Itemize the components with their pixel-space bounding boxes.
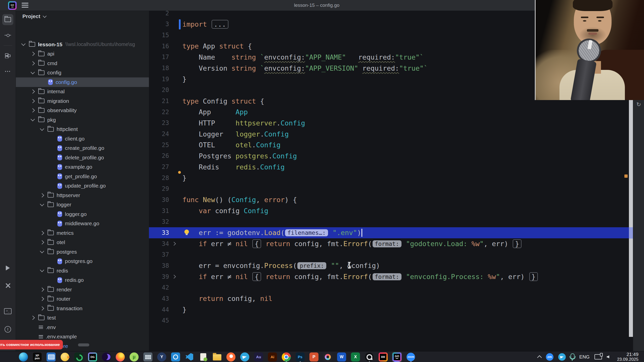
tree-item-get-profile.go[interactable]: get_profile.go [16, 172, 149, 181]
code-line-28[interactable]: 28} [149, 172, 629, 184]
commit-tool-button[interactable] [2, 30, 13, 41]
speaker-icon[interactable] [607, 355, 609, 358]
chevron-right-icon[interactable] [31, 61, 35, 65]
project-tool-button[interactable] [2, 14, 13, 25]
taskbar-adobe-audition[interactable]: Au [254, 352, 264, 362]
taskbar-y-app[interactable]: Y [157, 352, 167, 362]
taskbar-google-chrome[interactable] [281, 352, 291, 362]
taskbar-notepad-plus-plus[interactable] [198, 352, 208, 362]
screen-share-badge[interactable]: вить совместное использование [0, 340, 63, 349]
taskbar-excel[interactable]: X [350, 352, 360, 362]
chevron-down-icon[interactable] [40, 202, 44, 206]
zoom-tray-icon[interactable]: zm [546, 353, 553, 361]
tree-item-update-profile.go[interactable]: update_profile.go [16, 181, 149, 191]
chevron-right-icon[interactable] [31, 52, 35, 56]
taskbar-rider[interactable]: RR [378, 352, 388, 362]
chevron-right-icon[interactable] [31, 316, 35, 320]
tree-item-pkg[interactable]: pkg [16, 115, 149, 125]
code-line-29[interactable]: 29 [149, 184, 629, 195]
chevron-down-icon[interactable] [31, 70, 35, 74]
tree-item-api[interactable]: api [16, 49, 149, 59]
taskbar-postman[interactable] [226, 352, 236, 362]
tree-item-config.go[interactable]: config.go [16, 77, 149, 87]
editor-scrollbar[interactable] [629, 100, 633, 337]
code-line-23[interactable]: 23 HTTP httpserver.Config [149, 118, 629, 129]
tree-item-middleware.go[interactable]: middleware.go [16, 219, 149, 229]
chevron-down-icon[interactable] [40, 268, 44, 272]
tree-item-internal[interactable]: internal [16, 87, 149, 97]
taskbar-goland[interactable]: GO [392, 352, 402, 362]
tree-item-lesson-15[interactable]: lesson-15\\wsl.localhost\Ubuntu\home\sg [16, 40, 149, 49]
taskbar-datagrip[interactable]: DG [88, 352, 98, 362]
taskbar-grid-utility-app[interactable] [143, 352, 153, 362]
microphone-tray-icon[interactable] [571, 353, 575, 359]
telegram-tray-icon[interactable] [558, 353, 566, 361]
chevron-down-icon[interactable] [40, 126, 44, 131]
tree-item-httpclient[interactable]: httpclient [16, 125, 149, 134]
tree-item-migration[interactable]: migration [16, 96, 149, 106]
taskbar-green-media-app[interactable] [74, 352, 84, 362]
tree-item-postgres.go[interactable]: postgres.go [16, 257, 149, 266]
code-line-45[interactable]: 45 [149, 315, 629, 326]
sync-icon[interactable]: ↻ [636, 102, 642, 108]
chevron-down-icon[interactable] [21, 42, 26, 46]
taskbar-utorrent[interactable]: µ [129, 352, 139, 362]
taskbar-purple-crescent-app[interactable] [101, 352, 111, 362]
taskbar-powerpoint[interactable]: P [309, 352, 319, 362]
tree-item-config[interactable]: config [16, 68, 149, 78]
chevron-right-icon[interactable] [40, 287, 44, 292]
tree-item-otel[interactable]: otel [16, 238, 149, 247]
language-indicator[interactable]: ENG [579, 354, 590, 360]
horizontal-scrollbar-thumb[interactable] [78, 343, 89, 346]
tree-item-transaction[interactable]: transaction [16, 304, 149, 313]
code-line-39[interactable]: 39 if err ≠ nil { return config, fmt.Err… [149, 271, 629, 282]
code-line-33[interactable]: 33 err := godotenv.Load(filenames…: ".en… [149, 227, 629, 238]
taskbar-davinci-resolve[interactable] [323, 352, 333, 362]
chevron-right-icon[interactable] [40, 297, 44, 301]
code-line-31[interactable]: 31 var config Config [149, 205, 629, 216]
project-panel-header[interactable]: Project [16, 11, 149, 22]
tree-item-logger[interactable]: logger [16, 200, 149, 210]
tree-item-example.go[interactable]: example.go [16, 162, 149, 172]
tree-item-router[interactable]: router [16, 294, 149, 304]
fold-chevron-icon[interactable] [172, 275, 176, 279]
taskbar-photoshop[interactable]: Ps [295, 352, 305, 362]
code-line-24[interactable]: 24 Logger logger.Config [149, 128, 629, 140]
tree-item-httpserver[interactable]: httpserver [16, 191, 149, 200]
tree-item-redis[interactable]: redis [16, 266, 149, 276]
chevron-right-icon[interactable] [31, 99, 35, 103]
tree-item-render[interactable]: render [16, 285, 149, 294]
tree-item-observability[interactable]: observability [16, 106, 149, 115]
tree-item-logger.go[interactable]: logger.go [16, 209, 149, 219]
intention-bulb-icon[interactable] [184, 230, 189, 234]
taskbar-zoom[interactable]: zoom [406, 352, 416, 362]
tree-item-postgres[interactable]: postgres [16, 247, 149, 257]
chevron-down-icon[interactable] [31, 117, 35, 121]
tree-item-create-profile.go[interactable]: create_profile.go [16, 144, 149, 153]
code-line-22[interactable]: 22 App App [149, 107, 629, 118]
chevron-right-icon[interactable] [40, 193, 44, 197]
taskbar-obs-studio[interactable] [364, 352, 374, 362]
taskbar-xppen[interactable]: XPpen [32, 352, 42, 362]
tools-button[interactable] [2, 280, 13, 291]
tree-item-metrics[interactable]: metrics [16, 228, 149, 238]
taskbar-firefox[interactable] [115, 352, 125, 362]
code-line-32[interactable]: 32 [149, 216, 629, 227]
structure-tool-button[interactable] [2, 50, 13, 61]
taskbar-screenshot-tool[interactable] [46, 352, 56, 362]
chevron-right-icon[interactable] [31, 108, 35, 113]
chevron-right-icon[interactable] [40, 306, 44, 310]
code-line-37[interactable]: 37 [149, 249, 629, 260]
error-stripe-mark[interactable] [624, 174, 628, 178]
code-line-38[interactable]: 38 err = envconfig.Process(prefix: "", &… [149, 260, 629, 271]
more-tools-button[interactable] [2, 66, 13, 77]
tree-item-.env[interactable]: .env [16, 323, 149, 332]
network-icon[interactable] [594, 354, 602, 359]
code-line-42[interactable]: 42 [149, 282, 629, 293]
problems-tool-button[interactable]: ! [2, 324, 13, 335]
code-line-26[interactable]: 26 Postgres postgres.Config [149, 151, 629, 162]
taskbar-clock[interactable]: 21:49 23.09.2025 [617, 352, 638, 362]
code-line-44[interactable]: 44} [149, 304, 629, 315]
tree-item-cmd[interactable]: cmd [16, 59, 149, 68]
tree-item-client.go[interactable]: client.go [16, 134, 149, 144]
